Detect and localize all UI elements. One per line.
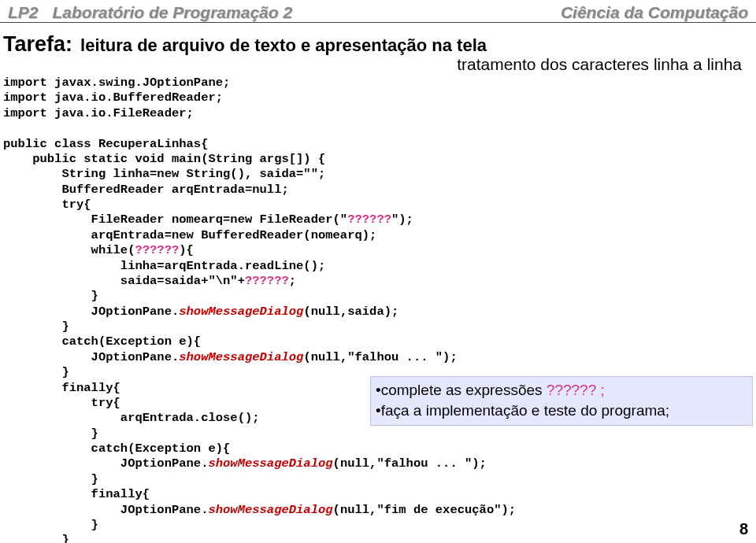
instruction-callout: •complete as expressões ?????? ; •faça a… [370, 376, 753, 426]
title-row: Tarefa: leitura de arquivo de texto e ap… [0, 23, 756, 57]
code-block: import javax.swing.JOptionPane; import j… [0, 74, 756, 543]
placeholder-text: ?????? ; [547, 382, 605, 398]
method-call: showMessageDialog [179, 350, 303, 364]
dept-name: Ciência da Computação [561, 3, 748, 22]
slide-header: LP2 Laboratório de Programação 2 Ciência… [0, 0, 756, 23]
method-call: showMessageDialog [208, 456, 332, 471]
page-number: 8 [739, 520, 748, 538]
course-abbr: LP2 [8, 3, 39, 22]
bullet-2: •faça a implementação e teste do program… [376, 401, 747, 421]
bullet-1: •complete as expressões [376, 382, 543, 398]
title-sub: leitura de arquivo de texto e apresentaç… [80, 35, 487, 56]
placeholder: ?????? [245, 274, 289, 288]
method-call: showMessageDialog [179, 305, 303, 319]
method-call: showMessageDialog [208, 503, 332, 517]
subtitle: tratamento dos caracteres linha a linha [0, 55, 756, 74]
placeholder: ?????? [347, 212, 391, 227]
title-main: Tarefa: [3, 32, 72, 57]
placeholder: ?????? [135, 243, 179, 257]
course-name: Laboratório de Programação 2 [53, 3, 293, 22]
